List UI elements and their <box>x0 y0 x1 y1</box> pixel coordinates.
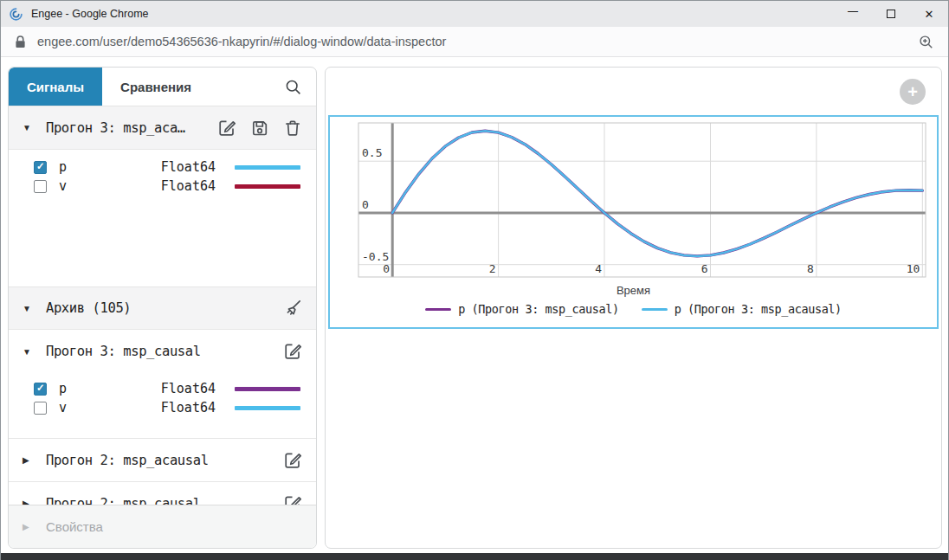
rename-icon[interactable] <box>216 118 236 138</box>
signals-sidebar: Сигналы Сравнения ▼ Прогон 3: msp_aca… <box>8 67 317 549</box>
tab-comparisons[interactable]: Сравнения <box>102 68 210 106</box>
signal-color-swatch <box>235 387 300 391</box>
zoom-in-icon[interactable] <box>918 34 934 50</box>
svg-text:-0.5: -0.5 <box>362 250 389 263</box>
run-title: Прогон 3: msp_aca… <box>46 120 185 136</box>
properties-label: Свойства <box>46 519 103 534</box>
svg-text:8: 8 <box>807 262 814 275</box>
window-bottom-edge <box>1 553 948 560</box>
run-title: Прогон 2: msp_acausal <box>46 453 209 468</box>
legend-line-swatch <box>642 308 668 311</box>
svg-text:6: 6 <box>701 262 708 275</box>
signal-name: v <box>59 178 67 194</box>
signal-type: Float64 <box>161 159 216 175</box>
signal-row[interactable]: v Float64 <box>9 398 316 417</box>
tab-signals[interactable]: Сигналы <box>9 68 102 106</box>
signal-checkbox[interactable] <box>34 402 47 415</box>
search-icon[interactable] <box>284 68 316 106</box>
maximize-button[interactable] <box>872 1 910 27</box>
save-icon[interactable] <box>249 118 269 138</box>
run-header-current[interactable]: ▼ Прогон 3: msp_aca… <box>9 106 316 150</box>
window-title: Engee - Google Chrome <box>31 8 834 20</box>
signal-row[interactable]: p Float64 <box>9 379 316 398</box>
signal-type: Float64 <box>161 178 216 194</box>
sidebar-tabs: Сигналы Сравнения <box>9 68 316 106</box>
maximize-icon <box>887 10 895 18</box>
run-header[interactable]: ▶ Прогон 2: msp_acausal <box>9 438 316 481</box>
signal-list: p Float64 v Float64 <box>9 150 316 286</box>
properties-panel[interactable]: ▶ Свойства <box>9 505 316 548</box>
svg-text:0: 0 <box>383 262 390 275</box>
rename-icon[interactable] <box>282 342 302 362</box>
signal-type: Float64 <box>161 400 216 415</box>
x-axis-label: Время <box>330 284 937 297</box>
run-header[interactable]: ▼ Прогон 3: msp_causal <box>9 330 316 373</box>
caret-right-icon[interactable]: ▶ <box>23 455 36 465</box>
archive-title: Архив (105) <box>46 300 131 316</box>
archive-header[interactable]: ▼ Архив (105) <box>9 286 316 330</box>
signal-checkbox[interactable] <box>34 383 47 396</box>
legend-label: p (Прогон 3: msp_causal) <box>458 302 618 316</box>
clear-archive-icon[interactable] <box>282 299 302 319</box>
engee-logo-icon <box>9 7 23 22</box>
signal-list: p Float64 v Float64 <box>9 373 316 438</box>
signal-row[interactable]: v Float64 <box>9 177 316 196</box>
title-bar: Engee - Google Chrome — ✕ <box>1 1 948 27</box>
signal-color-swatch <box>235 184 300 189</box>
signal-row[interactable]: p Float64 <box>9 158 316 177</box>
browser-window: Engee - Google Chrome — ✕ engee.com/user… <box>0 0 949 560</box>
plots-area: + -0.500.50246810 Время p (Прогон 3: msp… <box>325 67 942 549</box>
lock-icon[interactable] <box>15 35 26 48</box>
rename-icon[interactable] <box>282 450 302 470</box>
signal-color-swatch <box>235 406 300 410</box>
caret-down-icon[interactable]: ▼ <box>23 304 36 313</box>
minimize-button[interactable]: — <box>834 1 872 27</box>
svg-text:4: 4 <box>595 262 602 275</box>
svg-text:0.5: 0.5 <box>362 146 382 159</box>
page-content: Сигналы Сравнения ▼ Прогон 3: msp_aca… <box>1 57 948 553</box>
add-plot-button[interactable]: + <box>900 79 926 105</box>
legend-item[interactable]: p (Прогон 3: msp_acausal) <box>642 302 842 316</box>
caret-down-icon[interactable]: ▼ <box>23 347 36 357</box>
legend-label: p (Прогон 3: msp_acausal) <box>675 302 842 316</box>
svg-text:10: 10 <box>907 262 920 275</box>
url-text: engee.com/user/demo54365636-nkapyrin/#/d… <box>37 35 446 48</box>
caret-down-icon[interactable]: ▼ <box>23 123 36 132</box>
run-title: Прогон 3: msp_causal <box>46 344 201 359</box>
svg-text:2: 2 <box>489 262 496 275</box>
legend-item[interactable]: p (Прогон 3: msp_causal) <box>425 302 618 316</box>
address-bar[interactable]: engee.com/user/demo54365636-nkapyrin/#/d… <box>1 27 948 57</box>
signal-color-swatch <box>235 165 300 170</box>
close-button[interactable]: ✕ <box>910 1 948 27</box>
chart-legend: p (Прогон 3: msp_causal)p (Прогон 3: msp… <box>330 302 937 316</box>
caret-right-icon[interactable]: ▶ <box>23 522 36 531</box>
line-chart[interactable]: -0.500.50246810 <box>330 117 937 283</box>
signal-checkbox[interactable] <box>34 161 47 174</box>
svg-text:0: 0 <box>362 198 369 211</box>
signal-checkbox[interactable] <box>34 180 47 193</box>
chart-container[interactable]: -0.500.50246810 Время p (Прогон 3: msp_c… <box>328 115 939 329</box>
signal-name: p <box>59 159 67 175</box>
legend-line-swatch <box>425 308 451 311</box>
signal-name: p <box>59 381 67 396</box>
signal-name: v <box>59 400 67 415</box>
signal-type: Float64 <box>161 381 216 396</box>
delete-icon[interactable] <box>282 118 302 138</box>
